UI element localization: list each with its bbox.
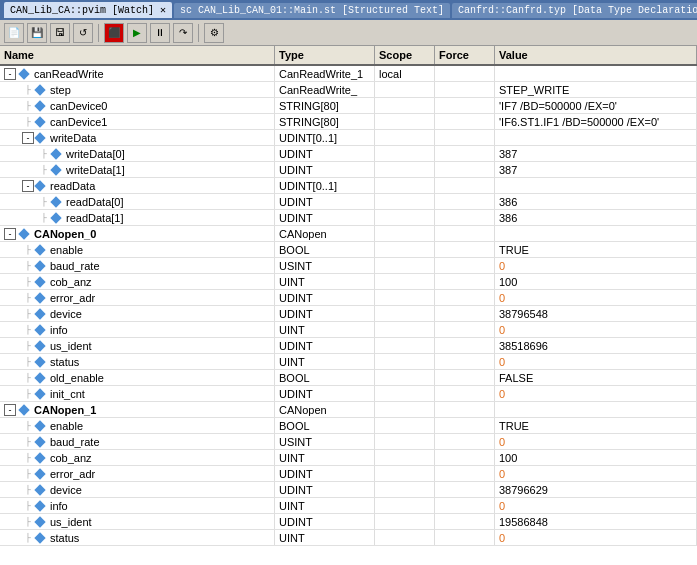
variable-name: init_cnt [50, 388, 85, 400]
scope-cell [375, 242, 435, 257]
variable-name: enable [50, 420, 83, 432]
type-cell: UDINT [275, 306, 375, 321]
tab-watch[interactable]: CAN_Lib_CA::pvim [Watch] ✕ [4, 2, 172, 18]
force-cell [435, 162, 495, 177]
force-cell [435, 306, 495, 321]
table-row[interactable]: ├enableBOOLTRUE [0, 242, 697, 258]
table-row[interactable]: ├error_adrUDINT0 [0, 290, 697, 306]
table-row[interactable]: ├infoUINT0 [0, 322, 697, 338]
type-cell: USINT [275, 258, 375, 273]
table-row[interactable]: ├baud_rateUSINT0 [0, 434, 697, 450]
variable-icon [34, 372, 45, 383]
force-cell [435, 450, 495, 465]
expand-icon[interactable]: - [4, 228, 16, 240]
table-row[interactable]: -CANopen_1CANopen [0, 402, 697, 418]
scope-cell [375, 466, 435, 481]
value-cell: 38518696 [495, 338, 697, 353]
variable-icon [34, 132, 45, 143]
force-cell [435, 418, 495, 433]
value-cell: 0 [495, 466, 697, 481]
value-cell: STEP_WRITE [495, 82, 697, 97]
table-row[interactable]: -writeDataUDINT[0..1] [0, 130, 697, 146]
scope-cell [375, 178, 435, 193]
table-row[interactable]: ├stepCanReadWrite_STEP_WRITE [0, 82, 697, 98]
scope-cell [375, 370, 435, 385]
table-row[interactable]: ├cob_anzUINT100 [0, 450, 697, 466]
scope-cell [375, 322, 435, 337]
expand-icon[interactable]: - [4, 404, 16, 416]
col-type: Type [275, 46, 375, 64]
table-row[interactable]: ├init_cntUDINT0 [0, 386, 697, 402]
variable-icon [34, 276, 45, 287]
scope-cell [375, 146, 435, 161]
table-row[interactable]: ├canDevice1STRING[80]'IF6.ST1.IF1 /BD=50… [0, 114, 697, 130]
expand-icon[interactable]: - [22, 180, 34, 192]
tab-container: CAN_Lib_CA::pvim [Watch] ✕ sc CAN_Lib_CA… [4, 2, 697, 18]
scope-cell [375, 434, 435, 449]
table-row[interactable]: ├enableBOOLTRUE [0, 418, 697, 434]
type-cell: UINT [275, 530, 375, 545]
table-row[interactable]: ├readData[1]UDINT386 [0, 210, 697, 226]
value-cell: 0 [495, 322, 697, 337]
toolbar-save2[interactable]: 🖫 [50, 23, 70, 43]
expand-icon[interactable]: - [22, 132, 34, 144]
scope-cell [375, 290, 435, 305]
variable-name: canReadWrite [34, 68, 104, 80]
force-cell [435, 386, 495, 401]
table-row[interactable]: ├old_enableBOOLFALSE [0, 370, 697, 386]
toolbar-new[interactable]: 📄 [4, 23, 24, 43]
table-row[interactable]: ├deviceUDINT38796629 [0, 482, 697, 498]
table-row[interactable]: ├cob_anzUINT100 [0, 274, 697, 290]
type-cell: CANopen [275, 226, 375, 241]
type-cell: STRING[80] [275, 98, 375, 113]
force-cell [435, 402, 495, 417]
table-row[interactable]: ├us_identUDINT38518696 [0, 338, 697, 354]
tab-main-st[interactable]: sc CAN_Lib_CAN_01::Main.st [Structured T… [174, 3, 450, 18]
toolbar-save[interactable]: 💾 [27, 23, 47, 43]
toolbar-pause[interactable]: ⏸ [150, 23, 170, 43]
variable-icon [18, 68, 29, 79]
force-cell [435, 530, 495, 545]
table-row[interactable]: -readDataUDINT[0..1] [0, 178, 697, 194]
value-cell: 0 [495, 290, 697, 305]
table-row[interactable]: -CANopen_0CANopen [0, 226, 697, 242]
variable-name: status [50, 356, 79, 368]
scope-cell [375, 386, 435, 401]
value-cell: 'IF7 /BD=500000 /EX=0' [495, 98, 697, 113]
expand-icon[interactable]: - [4, 68, 16, 80]
table-row[interactable]: ├deviceUDINT38796548 [0, 306, 697, 322]
table-row[interactable]: ├statusUINT0 [0, 530, 697, 546]
table-row[interactable]: ├writeData[1]UDINT387 [0, 162, 697, 178]
col-value: Value [495, 46, 697, 64]
force-cell [435, 274, 495, 289]
toolbar-undo[interactable]: ↺ [73, 23, 93, 43]
force-cell [435, 242, 495, 257]
value-cell: 387 [495, 146, 697, 161]
table-row[interactable]: ├baud_rateUSINT0 [0, 258, 697, 274]
table-row[interactable]: ├error_adrUDINT0 [0, 466, 697, 482]
scope-cell [375, 82, 435, 97]
table-row[interactable]: ├infoUINT0 [0, 498, 697, 514]
table-row[interactable]: -canReadWriteCanReadWrite_1local [0, 66, 697, 82]
variable-name: readData[1] [66, 212, 123, 224]
title-bar: CAN_Lib_CA::pvim [Watch] ✕ sc CAN_Lib_CA… [0, 0, 697, 20]
table-row[interactable]: ├us_identUDINT19586848 [0, 514, 697, 530]
force-cell [435, 178, 495, 193]
table-row[interactable]: ├statusUINT0 [0, 354, 697, 370]
toolbar-stop[interactable]: ⬛ [104, 23, 124, 43]
tab-canfrd[interactable]: Canfrd::Canfrd.typ [Data Type Declaratio… [452, 3, 697, 18]
value-cell: 387 [495, 162, 697, 177]
type-cell: UDINT [275, 290, 375, 305]
variable-icon [34, 420, 45, 431]
type-cell: UDINT [275, 482, 375, 497]
toolbar-run[interactable]: ▶ [127, 23, 147, 43]
force-cell [435, 146, 495, 161]
table-row[interactable]: ├canDevice0STRING[80]'IF7 /BD=500000 /EX… [0, 98, 697, 114]
table-row[interactable]: ├writeData[0]UDINT387 [0, 146, 697, 162]
type-cell: UDINT[0..1] [275, 130, 375, 145]
toolbar-settings[interactable]: ⚙ [204, 23, 224, 43]
scope-cell [375, 514, 435, 529]
toolbar-step[interactable]: ↷ [173, 23, 193, 43]
table-row[interactable]: ├readData[0]UDINT386 [0, 194, 697, 210]
type-cell: CanReadWrite_1 [275, 66, 375, 81]
